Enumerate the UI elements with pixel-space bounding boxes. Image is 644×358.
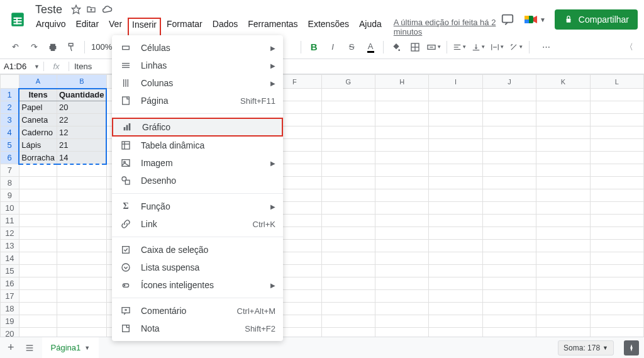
cell[interactable] [57, 265, 106, 277]
cell[interactable] [375, 177, 429, 189]
cell[interactable] [590, 215, 643, 227]
cell[interactable] [536, 215, 590, 227]
cell[interactable]: Borracha [19, 152, 57, 164]
cell[interactable] [536, 152, 590, 164]
strikethrough-icon[interactable]: S [343, 38, 360, 56]
cell[interactable] [536, 277, 590, 290]
cell[interactable] [57, 240, 106, 252]
column-header[interactable]: B [57, 75, 106, 89]
cell[interactable] [536, 290, 590, 303]
cell[interactable] [429, 252, 482, 265]
column-header[interactable]: J [482, 75, 536, 89]
align-icon[interactable]: ▼ [451, 38, 469, 56]
cell[interactable] [429, 277, 482, 290]
cell[interactable] [321, 139, 375, 152]
row-header[interactable]: 16 [1, 277, 19, 290]
menu-item-smart[interactable]: Ícones inteligentes ▶ [112, 276, 283, 294]
collapse-toolbar-icon[interactable]: 〈 [620, 38, 638, 56]
cell[interactable] [321, 240, 375, 252]
cell[interactable] [321, 89, 375, 101]
cell[interactable] [429, 189, 482, 202]
cell[interactable] [19, 277, 57, 290]
all-sheets-icon[interactable] [22, 340, 37, 355]
add-sheet-icon[interactable]: + [5, 338, 17, 357]
menu-extensoes[interactable]: Extensões [304, 18, 353, 36]
cell[interactable] [375, 152, 429, 164]
cell[interactable] [321, 265, 375, 277]
cell[interactable] [482, 265, 536, 277]
cell[interactable] [19, 189, 57, 202]
cell[interactable] [321, 189, 375, 202]
menu-item-rows[interactable]: Linhas ▶ [112, 57, 283, 74]
cell[interactable] [57, 227, 106, 240]
meet-icon[interactable]: ▼ [523, 12, 546, 27]
row-header[interactable]: 19 [1, 315, 19, 328]
cell[interactable] [482, 126, 536, 139]
cell[interactable] [482, 290, 536, 303]
cell[interactable] [375, 126, 429, 139]
cell[interactable] [375, 89, 429, 101]
cell[interactable] [375, 215, 429, 227]
cell[interactable] [590, 101, 643, 114]
cell[interactable] [321, 164, 375, 177]
paint-format-icon[interactable] [63, 38, 80, 56]
cell[interactable] [57, 277, 106, 290]
cell[interactable] [57, 252, 106, 265]
cell[interactable] [19, 164, 57, 177]
cell[interactable] [57, 215, 106, 227]
cell[interactable] [19, 177, 57, 189]
menu-item-pivot[interactable]: Tabela dinâmica [112, 137, 283, 154]
text-color-icon[interactable]: A [362, 38, 379, 56]
cell[interactable] [590, 89, 643, 101]
menu-ferramentas[interactable]: Ferramentas [243, 18, 302, 36]
cell[interactable] [590, 114, 643, 126]
cell[interactable] [482, 189, 536, 202]
cell[interactable] [590, 189, 643, 202]
cell[interactable] [375, 252, 429, 265]
row-header[interactable]: 1 [1, 89, 19, 101]
edit-status[interactable]: A última edição foi feita há 2 minutos [394, 18, 501, 36]
cell[interactable] [429, 114, 482, 126]
cell[interactable] [590, 177, 643, 189]
menu-item-chart[interactable]: Gráfico [112, 118, 283, 137]
cell[interactable] [375, 227, 429, 240]
bold-icon[interactable]: B [305, 38, 323, 56]
sheet-tab[interactable]: Página1▼ [42, 337, 99, 358]
cell[interactable] [536, 164, 590, 177]
row-header[interactable]: 3 [1, 114, 19, 126]
cell[interactable] [590, 265, 643, 277]
cell[interactable] [482, 114, 536, 126]
cell[interactable] [57, 290, 106, 303]
row-header[interactable]: 2 [1, 101, 19, 114]
cell[interactable] [321, 303, 375, 315]
row-header[interactable]: 10 [1, 202, 19, 215]
cell[interactable]: Itens [19, 89, 57, 101]
cell[interactable] [429, 227, 482, 240]
menu-item-note[interactable]: Nota Shift+F2 [112, 320, 283, 337]
cell[interactable] [19, 227, 57, 240]
menu-item-image[interactable]: Imagem ▶ [112, 154, 283, 172]
doc-title[interactable]: Teste [31, 2, 66, 18]
menu-formatar[interactable]: Formatar [162, 18, 207, 36]
cell[interactable] [375, 303, 429, 315]
cell[interactable] [482, 152, 536, 164]
cell[interactable] [536, 240, 590, 252]
status-summary[interactable]: Soma: 178▼ [558, 340, 614, 355]
menu-editar[interactable]: Editar [71, 18, 103, 36]
row-header[interactable]: 11 [1, 215, 19, 227]
row-header[interactable]: 14 [1, 252, 19, 265]
cell[interactable] [375, 277, 429, 290]
menu-ajuda[interactable]: Ajuda [355, 18, 386, 36]
cell[interactable] [57, 189, 106, 202]
row-header[interactable]: 9 [1, 189, 19, 202]
sheets-logo[interactable] [6, 8, 29, 31]
cell[interactable] [536, 126, 590, 139]
cell[interactable]: Papel [19, 101, 57, 114]
column-header[interactable]: L [590, 75, 643, 89]
fill-color-icon[interactable] [387, 38, 405, 56]
cell[interactable] [375, 101, 429, 114]
row-header[interactable]: 12 [1, 227, 19, 240]
cell[interactable] [536, 89, 590, 101]
borders-icon[interactable] [406, 38, 424, 56]
cell[interactable] [321, 315, 375, 328]
